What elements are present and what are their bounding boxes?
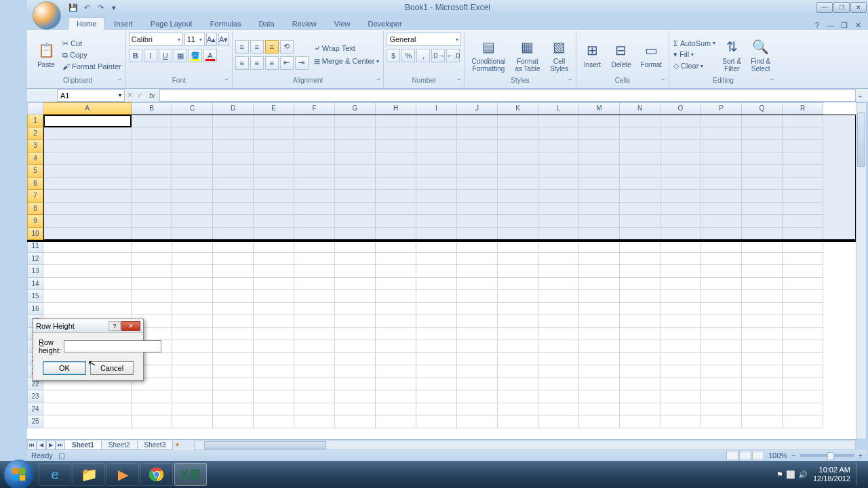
minimize-button[interactable]: —	[816, 2, 833, 13]
sheet-nav-last-icon[interactable]: ⏭	[56, 441, 65, 450]
tray-clock[interactable]: 10:02 AM 12/18/2012	[813, 466, 850, 483]
sheet-tab-3[interactable]: Sheet3	[137, 441, 174, 450]
accounting-button[interactable]: $	[387, 49, 400, 62]
dialog-help-button[interactable]: ?	[108, 321, 121, 331]
bold-button[interactable]: B	[129, 49, 142, 62]
sheet-tab-2[interactable]: Sheet2	[101, 441, 138, 450]
underline-button[interactable]: U	[159, 49, 172, 62]
column-header[interactable]: D	[213, 102, 254, 115]
zoom-level[interactable]: 100%	[768, 451, 787, 460]
column-header[interactable]: O	[660, 102, 701, 115]
row-header[interactable]: 16	[27, 303, 43, 316]
row-header[interactable]: 8	[27, 203, 43, 216]
sort-filter-button[interactable]: ⇅Sort & Filter	[718, 36, 745, 74]
active-cell[interactable]	[43, 115, 132, 127]
row-header[interactable]: 1	[27, 115, 43, 127]
sheet-nav-next-icon[interactable]: ▶	[46, 441, 56, 450]
formula-bar-input[interactable]	[159, 89, 856, 102]
zoom-slider[interactable]	[800, 454, 854, 457]
cell-styles-button[interactable]: ▧Cell Styles	[546, 36, 573, 74]
taskbar-ie-icon[interactable]: e	[39, 463, 71, 486]
worksheet-grid[interactable]: ABCDEFGHIJKLMNOPQR 123456789101112131415…	[27, 102, 856, 439]
view-layout-icon[interactable]	[739, 451, 751, 460]
align-bottom-button[interactable]: ≡	[265, 40, 279, 54]
merge-center-button[interactable]: ⊞Merge & Center ▾	[313, 56, 381, 66]
vertical-scrollbar[interactable]	[856, 102, 867, 439]
column-header[interactable]: R	[783, 102, 823, 115]
insert-cells-button[interactable]: ⊞Insert	[579, 39, 606, 70]
tab-data[interactable]: Data	[250, 17, 283, 30]
format-as-table-button[interactable]: ▦Format as Table	[511, 36, 544, 74]
copy-button[interactable]: ⧉Copy	[61, 50, 123, 60]
tray-volume-icon[interactable]: 🔊	[798, 470, 808, 479]
ribbon-close-icon[interactable]: ✕	[853, 20, 863, 30]
zoom-in-icon[interactable]: +	[859, 451, 863, 460]
column-header[interactable]: F	[294, 102, 335, 115]
align-center-button[interactable]: ≡	[250, 56, 264, 70]
qat-save-icon[interactable]: 💾	[68, 2, 79, 13]
percent-button[interactable]: %	[401, 49, 415, 62]
ribbon-minimize-icon[interactable]: —	[826, 20, 835, 30]
column-header[interactable]: E	[254, 102, 294, 115]
comma-button[interactable]: ,	[416, 49, 430, 62]
font-color-button[interactable]: A	[203, 49, 217, 62]
clear-button[interactable]: ◇Clear ▾	[672, 61, 717, 71]
row-header[interactable]: 3	[27, 140, 43, 152]
column-header[interactable]: H	[376, 102, 416, 115]
row-header[interactable]: 14	[27, 278, 43, 291]
name-box[interactable]: A1▾	[57, 89, 125, 102]
expand-formula-bar-icon[interactable]: ⌄	[857, 91, 867, 100]
zoom-out-icon[interactable]: −	[791, 451, 795, 460]
align-right-button[interactable]: ≡	[265, 56, 279, 70]
row-header[interactable]: 6	[27, 178, 43, 190]
qat-customize-icon[interactable]: ▾	[108, 2, 119, 13]
view-pagebreak-icon[interactable]	[752, 451, 764, 460]
delete-cells-button[interactable]: ⊟Delete	[608, 39, 635, 70]
sheet-nav-prev-icon[interactable]: ◀	[37, 441, 46, 450]
find-select-button[interactable]: 🔍Find & Select	[747, 36, 774, 74]
align-left-button[interactable]: ≡	[235, 56, 249, 70]
column-header[interactable]: A	[43, 102, 132, 115]
row-header[interactable]: 12	[27, 253, 43, 266]
border-button[interactable]: ▦	[174, 49, 187, 62]
row-header[interactable]: 2	[27, 127, 43, 140]
format-cells-button[interactable]: ▭Format	[636, 39, 666, 70]
close-button[interactable]: ✕	[850, 2, 867, 13]
grow-font-button[interactable]: A▴	[206, 33, 217, 46]
column-header[interactable]: J	[457, 102, 498, 115]
inc-indent-button[interactable]: ⇥	[295, 56, 309, 70]
row-header[interactable]: 10	[27, 228, 43, 241]
wrap-text-button[interactable]: ⤶Wrap Text	[313, 43, 381, 54]
tab-formulas[interactable]: Formulas	[201, 17, 250, 30]
format-painter-button[interactable]: 🖌Format Painter	[61, 62, 123, 71]
row-header[interactable]: 15	[27, 290, 43, 303]
ribbon-restore-icon[interactable]: ❐	[840, 20, 849, 30]
dec-indent-button[interactable]: ⇤	[280, 56, 294, 70]
paste-button[interactable]: 📋 Paste	[33, 39, 60, 70]
tab-review[interactable]: Review	[283, 17, 326, 30]
autosum-button[interactable]: ΣAutoSum ▾	[672, 39, 717, 48]
sheet-tab-1[interactable]: Sheet1	[64, 441, 102, 450]
tab-developer[interactable]: Developer	[359, 17, 410, 30]
ok-button[interactable]: OK	[43, 361, 86, 375]
row-height-input[interactable]	[64, 340, 161, 352]
align-middle-button[interactable]: ≡	[250, 40, 264, 54]
font-size-combo[interactable]: 11▾	[184, 33, 205, 46]
select-all-corner[interactable]	[27, 102, 43, 115]
fx-icon[interactable]: fx	[149, 92, 155, 100]
font-name-combo[interactable]: Calibri▾	[129, 33, 183, 46]
column-header[interactable]: Q	[742, 102, 783, 115]
fill-color-button[interactable]: 🪣	[189, 49, 202, 62]
row-header[interactable]: 9	[27, 215, 43, 228]
column-header[interactable]: K	[498, 102, 538, 115]
conditional-formatting-button[interactable]: ▤Conditional Formatting	[467, 36, 509, 74]
shrink-font-button[interactable]: A▾	[218, 33, 229, 46]
number-format-combo[interactable]: General▾	[387, 33, 461, 46]
macro-record-icon[interactable]: ▢	[58, 451, 65, 460]
horizontal-scrollbar[interactable]	[194, 441, 856, 450]
row-header[interactable]: 4	[27, 152, 43, 165]
help-icon[interactable]: ?	[812, 20, 822, 30]
qat-undo-icon[interactable]: ↶	[81, 2, 92, 13]
qat-redo-icon[interactable]: ↷	[95, 2, 106, 13]
row-header[interactable]: 25	[27, 415, 43, 428]
